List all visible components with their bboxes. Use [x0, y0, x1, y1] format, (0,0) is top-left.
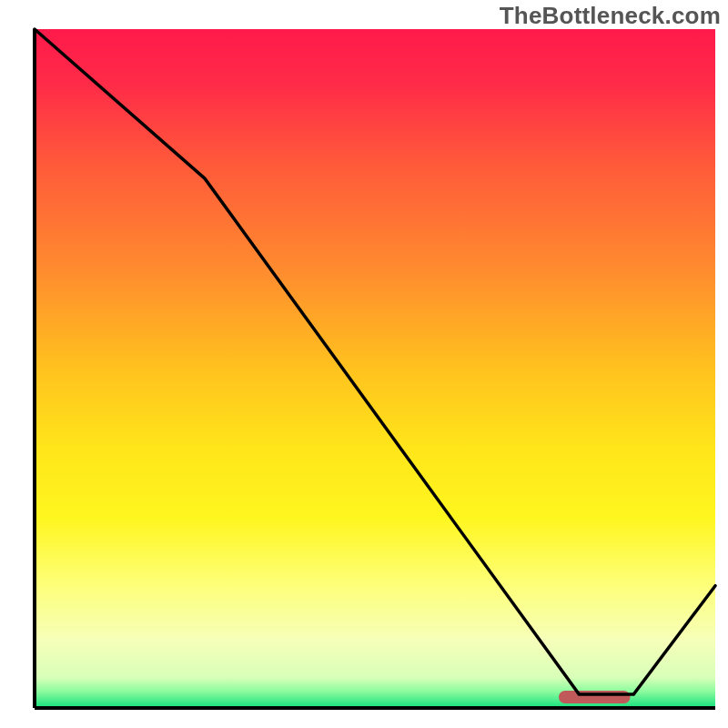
gradient-background	[35, 29, 715, 708]
bottleneck-plot	[0, 0, 728, 728]
chart-container: TheBottleneck.com	[0, 0, 728, 728]
optimal-range-marker	[559, 691, 631, 703]
